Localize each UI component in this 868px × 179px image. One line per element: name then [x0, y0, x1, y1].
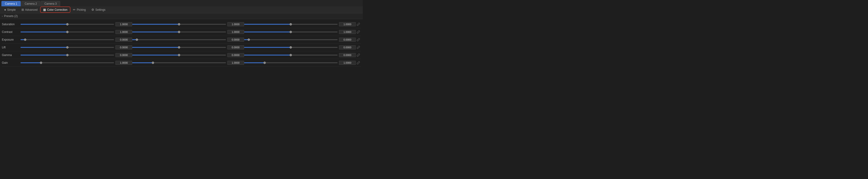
slider-thumb-gamma-1[interactable] [178, 54, 180, 56]
value-input-saturation-0[interactable] [115, 22, 132, 26]
nav-label-advanced: Advanced [25, 8, 37, 11]
slider-track-wrap-gamma-2[interactable] [244, 53, 338, 57]
value-input-gain-0[interactable] [115, 61, 132, 65]
slider-fill-lift-1 [132, 47, 179, 48]
value-input-saturation-1[interactable] [227, 22, 244, 26]
nav-item-settings[interactable]: ⚙Settings [89, 7, 108, 12]
slider-track-wrap-gain-2[interactable] [244, 61, 338, 65]
value-input-lift-0[interactable] [115, 45, 132, 50]
slider-track-exposure-1 [132, 39, 226, 40]
nav-item-picking[interactable]: ✏Picking [71, 7, 88, 12]
camera-tab-camera1[interactable]: Camera 1 [1, 1, 21, 6]
slider-track-wrap-exposure-1[interactable] [132, 38, 226, 41]
value-input-gamma-0[interactable] [115, 53, 132, 57]
slider-thumb-contrast-0[interactable] [66, 31, 68, 33]
slider-thumb-gamma-0[interactable] [66, 54, 68, 56]
slider-track-wrap-saturation-0[interactable] [21, 22, 114, 26]
slider-thumb-contrast-1[interactable] [178, 31, 180, 33]
param-row-contrast: Contrast [2, 28, 361, 36]
param-row-exposure: Exposure [2, 36, 361, 43]
slider-thumb-contrast-2[interactable] [289, 31, 292, 33]
slider-fill-contrast-2 [244, 31, 291, 32]
slider-track-gamma-0 [21, 55, 114, 56]
slider-thumb-saturation-2[interactable] [289, 23, 292, 25]
nav-item-advanced[interactable]: ⊞Advanced [19, 7, 40, 12]
link-icon-gamma[interactable] [356, 53, 361, 58]
slider-track-wrap-saturation-1[interactable] [132, 22, 226, 26]
value-input-lift-1[interactable] [227, 45, 244, 50]
nav-item-simple[interactable]: ●Simple [2, 7, 18, 12]
slider-thumb-exposure-1[interactable] [136, 38, 138, 41]
slider-track-wrap-contrast-1[interactable] [132, 30, 226, 34]
slider-track-gain-2 [244, 62, 338, 63]
slider-track-wrap-saturation-2[interactable] [244, 22, 338, 26]
link-icon-lift[interactable] [356, 45, 361, 50]
slider-group-gamma-2 [244, 53, 356, 57]
value-input-lift-2[interactable] [339, 45, 356, 50]
slider-group-gamma-0 [21, 53, 132, 57]
slider-group-gamma-1 [132, 53, 244, 57]
slider-thumb-saturation-0[interactable] [66, 23, 68, 25]
value-input-contrast-0[interactable] [115, 30, 132, 34]
param-row-gamma: Gamma [2, 51, 361, 59]
value-input-saturation-2[interactable] [339, 22, 356, 26]
slider-track-saturation-0 [21, 24, 114, 25]
slider-thumb-lift-2[interactable] [289, 46, 292, 49]
slider-track-wrap-gain-0[interactable] [21, 61, 114, 65]
param-row-saturation: Saturation [2, 21, 361, 28]
camera-tab-camera3[interactable]: Camera 3 [41, 1, 60, 6]
slider-track-wrap-exposure-0[interactable] [21, 38, 114, 41]
slider-track-exposure-0 [21, 39, 114, 40]
slider-track-contrast-1 [132, 31, 226, 32]
value-input-gain-1[interactable] [227, 61, 244, 65]
nav-label-picking: Picking [77, 8, 86, 11]
value-input-exposure-2[interactable] [339, 37, 356, 42]
slider-thumb-lift-1[interactable] [178, 46, 180, 49]
slider-track-wrap-gamma-1[interactable] [132, 53, 226, 57]
slider-track-wrap-exposure-2[interactable] [244, 38, 338, 41]
slider-thumb-exposure-0[interactable] [24, 38, 26, 41]
slider-fill-contrast-1 [132, 31, 179, 32]
slider-thumb-gain-1[interactable] [152, 62, 154, 64]
slider-thumb-exposure-2[interactable] [248, 38, 250, 41]
slider-group-lift-0 [21, 45, 132, 50]
slider-groups-exposure [21, 37, 356, 42]
slider-fill-gain-1 [132, 62, 153, 63]
slider-thumb-gain-2[interactable] [264, 62, 266, 64]
slider-thumb-gain-0[interactable] [40, 62, 42, 64]
slider-thumb-lift-0[interactable] [66, 46, 68, 49]
link-icon-contrast[interactable] [356, 29, 361, 34]
link-icon-exposure[interactable] [356, 37, 361, 42]
slider-group-saturation-2 [244, 22, 356, 26]
param-row-lift: Lift [2, 43, 361, 51]
slider-thumb-saturation-1[interactable] [178, 23, 180, 25]
value-input-exposure-0[interactable] [115, 37, 132, 42]
slider-track-wrap-contrast-0[interactable] [21, 30, 114, 34]
slider-track-wrap-contrast-2[interactable] [244, 30, 338, 34]
camera-tab-camera2[interactable]: Camera 2 [21, 1, 40, 6]
slider-track-lift-0 [21, 47, 114, 48]
nav-label-settings: Settings [95, 8, 105, 11]
slider-group-lift-1 [132, 45, 244, 50]
presets-chevron[interactable]: › [2, 15, 3, 18]
link-icon-gain[interactable] [356, 60, 361, 65]
value-input-gamma-2[interactable] [339, 53, 356, 57]
simple-icon: ● [4, 8, 6, 11]
nav-item-color-correction[interactable]: ▦Color Correction [41, 7, 70, 12]
slider-track-wrap-lift-1[interactable] [132, 46, 226, 49]
slider-track-wrap-lift-0[interactable] [21, 46, 114, 49]
value-input-gamma-1[interactable] [227, 53, 244, 57]
slider-track-wrap-lift-2[interactable] [244, 46, 338, 49]
slider-track-wrap-gain-1[interactable] [132, 61, 226, 65]
slider-track-wrap-gamma-0[interactable] [21, 53, 114, 57]
value-input-exposure-1[interactable] [227, 37, 244, 42]
slider-fill-contrast-0 [21, 31, 67, 32]
slider-group-gain-0 [21, 61, 132, 65]
value-input-contrast-1[interactable] [227, 30, 244, 34]
slider-track-contrast-0 [21, 31, 114, 32]
slider-track-gamma-1 [132, 55, 226, 56]
slider-thumb-gamma-2[interactable] [289, 54, 292, 56]
value-input-gain-2[interactable] [339, 61, 356, 65]
value-input-contrast-2[interactable] [339, 30, 356, 34]
link-icon-saturation[interactable] [356, 22, 361, 27]
